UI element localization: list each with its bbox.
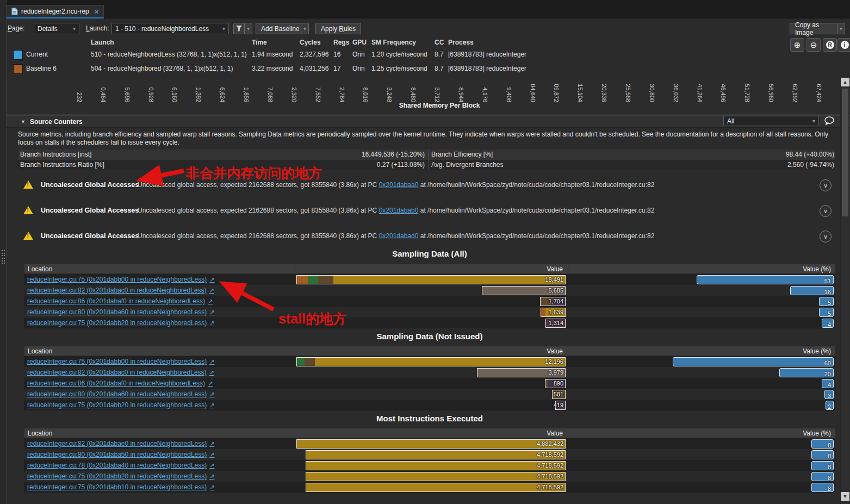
vertical-scrollbar[interactable]: ▲ ▼: [840, 78, 849, 504]
percent-bar: 2: [826, 401, 834, 410]
filter-dropdown-button[interactable]: ▾: [244, 23, 252, 34]
drag-handle[interactable]: [2, 250, 5, 264]
value-text: 1,639: [548, 307, 563, 318]
scroll-up-button[interactable]: ▲: [841, 78, 849, 86]
tab-report[interactable]: reduceInteger2.ncu-rep ×: [6, 5, 104, 18]
metric-value: 2,560 (-94.74%): [787, 160, 834, 170]
pc-address-link[interactable]: 0x201dabaa0: [379, 181, 419, 189]
add-baseline-button[interactable]: Add Baseline: [256, 23, 305, 34]
external-link-icon[interactable]: ↗: [209, 462, 214, 469]
location-link[interactable]: reduceInteger.cu:80 (0x201daba60 in redu…: [27, 389, 214, 400]
chevron-down-icon: ▾: [247, 26, 250, 32]
baseline-label[interactable]: Baseline 6: [26, 65, 57, 72]
chevron-down-icon: ∨: [823, 233, 828, 240]
value-bar: [306, 472, 566, 481]
external-link-icon[interactable]: ↗: [208, 380, 213, 387]
value-text: 3,979: [548, 367, 563, 378]
external-link-icon[interactable]: ↗: [209, 287, 214, 294]
value-bar: [306, 450, 566, 459]
scrollbar-thumb[interactable]: [842, 89, 848, 216]
value-text: 12,196: [545, 356, 563, 367]
warning-text-after: at /home/huolin/WorkSpace/zyd/note/cuda/…: [418, 232, 654, 240]
axis-tick-label: 30,800: [649, 79, 655, 102]
axis-tick-label: 2,784: [339, 79, 345, 102]
external-link-icon[interactable]: ↗: [209, 473, 214, 480]
table-title: Sampling Data (All): [24, 249, 835, 258]
external-link-icon[interactable]: ↗: [209, 391, 214, 397]
warning-icon: [23, 181, 33, 189]
percent-text: 20: [824, 371, 833, 377]
location-link[interactable]: reduceInteger.cu:75 (0x201dabb20 in redu…: [27, 400, 214, 410]
axis-tick-label: 6,160: [171, 79, 178, 102]
location-link[interactable]: reduceInteger.cu:78 (0x201daba40 in redu…: [27, 460, 214, 471]
current-color-swatch: [13, 50, 23, 60]
page-dropdown[interactable]: Details ▾: [34, 23, 79, 34]
external-link-icon[interactable]: ↗: [208, 298, 213, 304]
external-link-icon[interactable]: ↗: [209, 320, 214, 326]
zoom-out-button[interactable]: ⊖: [806, 38, 821, 52]
axis-tick-label: 51,728: [744, 79, 750, 102]
value-text: 1,704: [548, 296, 563, 307]
apply-rules-button[interactable]: Apply Rules: [315, 23, 361, 34]
axis-tick-label: 09,872: [553, 79, 560, 102]
section-title: Source Counters: [30, 118, 83, 126]
metric-row: Branch Instructions Ratio [%] 0.27 (+113…: [18, 160, 835, 170]
zoom-in-button[interactable]: ⊕: [790, 38, 804, 52]
add-baseline-dropdown-button[interactable]: ▾: [301, 23, 309, 34]
info-icon: i: [841, 41, 849, 49]
external-link-icon[interactable]: ↗: [209, 440, 214, 447]
reset-button[interactable]: R: [823, 38, 837, 52]
copy-as-image-button[interactable]: Copy as Image: [790, 23, 836, 34]
external-link-icon[interactable]: ↗: [209, 402, 214, 408]
location-link[interactable]: reduceInteger.cu:82 (0x201dabac0 in redu…: [27, 367, 214, 378]
warning-text-before: Uncoalesced global access, expected 2162…: [138, 232, 379, 240]
location-link[interactable]: reduceInteger.cu:75 (0x201dabb00 in redu…: [27, 356, 214, 367]
metric-label: Avg. Divergent Branches: [431, 160, 504, 170]
external-link-icon[interactable]: ↗: [209, 309, 214, 315]
location-link[interactable]: reduceInteger.cu:75 (0x201dabb10 in redu…: [27, 482, 214, 493]
external-link-icon[interactable]: ↗: [209, 451, 214, 458]
expand-occurrences-button[interactable]: ∨: [820, 179, 832, 191]
location-link[interactable]: reduceInteger.cu:75 (0x201dabb00 in redu…: [27, 274, 214, 285]
value-text: 4,718,592: [537, 471, 563, 482]
percent-bar: 8: [811, 439, 834, 449]
current-launch: 510 - reduceNeighboredLess (32768, 1, 1)…: [91, 51, 247, 58]
column-header-cc: CC: [435, 39, 444, 46]
external-link-icon[interactable]: ↗: [209, 369, 214, 376]
external-link-icon[interactable]: ↗: [209, 276, 214, 283]
pc-address-link[interactable]: 0x201dabad0: [379, 232, 419, 240]
stall-annotation-text: stall的地方: [278, 310, 346, 328]
expand-occurrences-button[interactable]: ∨: [820, 231, 832, 242]
stall-filter-dropdown[interactable]: All ▾: [723, 116, 819, 126]
copy-as-image-label: Copy as Image: [795, 21, 831, 36]
axis-tick-label: 5,696: [124, 79, 131, 102]
scroll-down-button[interactable]: ▼: [841, 492, 849, 501]
copy-as-image-dropdown-button[interactable]: ▾: [837, 23, 845, 34]
location-link[interactable]: reduceInteger.cu:86 (0x201dabaf0 in redu…: [27, 296, 213, 307]
axis-tick-label: 62,192: [792, 79, 798, 102]
location-link[interactable]: reduceInteger.cu:75 (0x201dabb20 in redu…: [27, 318, 214, 328]
axis-tick-label: 8,016: [362, 79, 369, 102]
location-link[interactable]: reduceInteger.cu:82 (0x201dabac0 in redu…: [27, 285, 214, 296]
external-link-icon[interactable]: ↗: [209, 358, 214, 365]
location-link[interactable]: reduceInteger.cu:75 (0x201dabb20 in redu…: [27, 471, 214, 482]
value-text: 1,314: [548, 318, 563, 328]
pc-address-link[interactable]: 0x201dabab0: [379, 207, 419, 214]
info-button[interactable]: i: [837, 38, 850, 52]
location-link[interactable]: reduceInteger.cu:80 (0x201daba60 in redu…: [27, 307, 214, 318]
tab-close-icon[interactable]: ×: [95, 8, 99, 16]
launch-dropdown[interactable]: 1 - 510 - reduceNeighboredLess ▾: [111, 23, 229, 34]
x-axis-title: Shared Memory Per Block: [331, 102, 548, 109]
table-row: reduceInteger.cu:82 (0x201dabac0 in redu…: [24, 285, 835, 296]
axis-tick-label: 6,624: [219, 79, 226, 102]
current-regs: 16: [333, 51, 340, 58]
location-link[interactable]: reduceInteger.cu:86 (0x201dabaf0 in redu…: [27, 378, 213, 389]
location-link[interactable]: reduceInteger.cu:82 (0x201dabae0 in redu…: [27, 438, 214, 449]
external-link-icon[interactable]: ↗: [209, 484, 214, 490]
collapse-triangle-icon[interactable]: ▼: [21, 119, 26, 125]
percent-text: 8: [828, 464, 833, 470]
comment-button[interactable]: [823, 115, 835, 128]
filter-button[interactable]: [233, 23, 245, 34]
expand-occurrences-button[interactable]: ∨: [820, 205, 832, 217]
location-link[interactable]: reduceInteger.cu:80 (0x201daba50 in redu…: [27, 449, 214, 460]
